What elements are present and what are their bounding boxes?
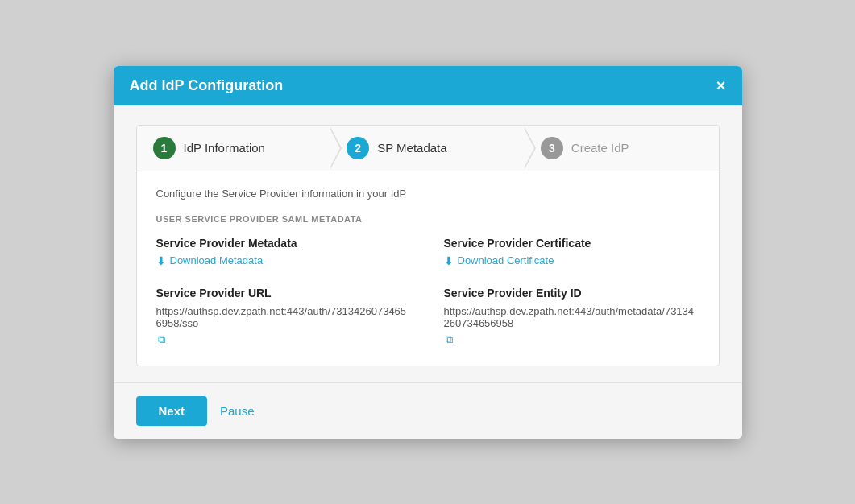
modal-body: 1 IdP Information 2 SP Metadata 3 [114,105,742,382]
download-certificate-text: Download Certificate [458,254,554,266]
step-1[interactable]: 1 IdP Information [137,126,331,171]
sp-url-text: https://authsp.dev.zpath.net:443/auth/73… [156,305,412,346]
metadata-label-0: Service Provider Metadata [156,237,412,250]
metadata-item-2: Service Provider URL https://authsp.dev.… [156,287,412,346]
step-2-label: SP Metadata [377,141,446,155]
step-1-number: 1 [153,137,176,159]
step-2-number: 2 [347,137,369,159]
modal: Add IdP Configuration × 1 IdP Informatio… [114,66,742,439]
sp-entity-text: https://authsp.dev.zpath.net:443/auth/me… [444,305,699,346]
step-3-label: Create IdP [571,141,629,155]
metadata-label-1: Service Provider Certificate [444,237,699,250]
pause-button[interactable]: Pause [220,404,255,418]
section-label: USER SERVICE PROVIDER SAML METADATA [156,214,699,224]
next-button[interactable]: Next [136,396,208,426]
metadata-item-0: Service Provider Metadata ⬇ Download Met… [156,237,412,267]
sp-entity-copy-icon[interactable]: ⧉ [446,333,453,346]
metadata-item-3: Service Provider Entity ID https://auths… [444,287,699,346]
step-3-number: 3 [541,137,563,159]
modal-header: Add IdP Configuration × [114,66,742,105]
modal-footer: Next Pause [114,382,742,439]
download-certificate-icon: ⬇ [444,254,454,267]
step-3[interactable]: 3 Create IdP [525,126,719,171]
metadata-grid: Service Provider Metadata ⬇ Download Met… [156,237,699,346]
step-2[interactable]: 2 SP Metadata [330,126,525,171]
download-metadata-link[interactable]: ⬇ Download Metadata [156,254,264,267]
download-metadata-icon: ⬇ [156,254,166,267]
stepper-card: 1 IdP Information 2 SP Metadata 3 [136,125,720,366]
metadata-label-2: Service Provider URL [156,287,412,300]
stepper-content: Configure the Service Provider informati… [137,171,719,366]
sp-url-value: https://authsp.dev.zpath.net:443/auth/73… [156,305,412,329]
step-1-label: IdP Information [184,141,265,155]
download-metadata-text: Download Metadata [170,254,264,266]
download-certificate-link[interactable]: ⬇ Download Certificate [444,254,554,267]
close-button[interactable]: × [716,77,726,93]
metadata-label-3: Service Provider Entity ID [444,287,699,300]
modal-overlay: Add IdP Configuration × 1 IdP Informatio… [0,0,855,504]
metadata-item-1: Service Provider Certificate ⬇ Download … [444,237,699,267]
configure-text: Configure the Service Provider informati… [156,188,699,200]
modal-title: Add IdP Configuration [130,77,284,94]
sp-entity-value: https://authsp.dev.zpath.net:443/auth/me… [444,305,699,329]
stepper-header: 1 IdP Information 2 SP Metadata 3 [137,126,719,171]
sp-url-copy-icon[interactable]: ⧉ [158,333,165,346]
